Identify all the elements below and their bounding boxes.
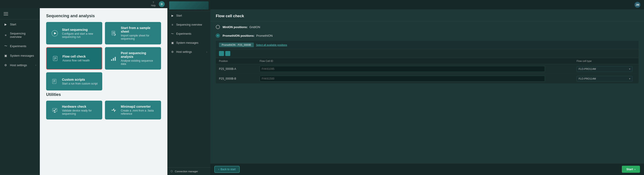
r-sidebar-label-sequencing-overview: Sequencing overview <box>176 23 202 26</box>
col-header-flow-cell-type: Flow cell type <box>576 60 636 62</box>
hardware-check-sub: Validate device ready for sequencing <box>62 109 98 115</box>
start-sample-sheet-title: Start from a sample sheet <box>121 26 156 33</box>
help-label: Help <box>151 4 156 7</box>
host-settings-icon: ⚙ <box>4 63 8 67</box>
start-sample-sheet-icon <box>110 29 118 37</box>
position-b-flowcell-input-wrapper <box>260 76 576 82</box>
custom-scripts-sub: Start a run from custom script <box>62 82 98 85</box>
select-all-link[interactable]: Select all available positions <box>256 44 287 46</box>
right-sidebar-item-host-settings[interactable]: ⚙ Host settings › <box>168 47 210 56</box>
sequencing-cards-grid: Start sequencing Configure and start a n… <box>46 22 161 70</box>
start-sample-sheet-sub: Import sample sheet for sequencing <box>121 34 156 40</box>
position-tab[interactable]: PromethION - P2S_0000B <box>219 43 254 47</box>
minimap2-title: Minimap2 converter <box>121 105 156 108</box>
hardware-check-text: Hardware check Validate device ready for… <box>62 105 98 115</box>
sidebar-item-start[interactable]: ▶ Start <box>0 20 40 29</box>
minimap2-text: Minimap2 converter Create a .mmi from a … <box>121 105 156 115</box>
start-sequencing-icon <box>51 29 59 37</box>
sidebar-label-host-settings: Host settings <box>10 64 27 67</box>
position-b-name: P2S_0000B-B <box>219 77 260 80</box>
sidebar-item-experiments[interactable]: 〜 Experiments <box>0 41 40 51</box>
chevron-right-icon: › <box>35 64 36 66</box>
flow-cell-check-sub: Assess flow cell health <box>62 59 90 62</box>
svg-rect-10 <box>111 59 112 61</box>
promethion-position-section: PromethION positions: PromethION Prometh… <box>216 34 638 83</box>
flow-cell-check-card[interactable]: Flow cell check Assess flow cell health <box>46 47 102 70</box>
minimap2-icon <box>110 106 118 114</box>
sidebar-label-start: Start <box>10 23 16 26</box>
post-seq-analysis-card[interactable]: Post sequencing analysis Analyse existin… <box>105 47 161 70</box>
right-sidebar-item-experiments[interactable]: 〜 Experiments <box>168 29 210 38</box>
r-sidebar-label-connection-manager: Connection manager <box>175 170 198 173</box>
hamburger-menu[interactable] <box>4 12 8 16</box>
position-b-flowcell-type-select[interactable]: FLO-PRO114M ▾ <box>576 76 632 82</box>
flow-cell-check-text: Flow cell check Assess flow cell health <box>62 55 90 62</box>
promethion-radio-button[interactable] <box>216 34 220 38</box>
r-sidebar-label-experiments: Experiments <box>176 32 191 35</box>
minion-radio-button[interactable] <box>216 25 220 29</box>
right-main: JM Flow cell check MinION positions: Gri… <box>210 0 644 175</box>
minimap2-card[interactable]: Minimap2 converter Create a .mmi from a … <box>105 101 161 119</box>
start-sequencing-text: Start sequencing Configure and start a n… <box>62 28 98 39</box>
sidebar-item-connection-manager[interactable]: ⬡ Connection manager <box>0 174 40 175</box>
start-sequencing-card[interactable]: Start sequencing Configure and start a n… <box>46 22 102 44</box>
user-avatar[interactable]: D <box>159 1 165 7</box>
col-header-position: Position <box>219 60 260 62</box>
hardware-check-card[interactable]: Hardware check Validate device ready for… <box>46 101 102 119</box>
sidebar-item-sequencing-overview[interactable]: ≡ Sequencing overview <box>0 29 40 41</box>
position-b-flowcell-input[interactable] <box>260 76 545 82</box>
svg-rect-17 <box>52 108 57 111</box>
start-button[interactable]: Start › <box>622 166 640 173</box>
right-user-avatar[interactable]: JM <box>634 2 640 8</box>
right-sidebar-item-connection-manager[interactable]: ⬡ Connection manager <box>168 167 210 175</box>
svg-rect-11 <box>113 58 114 61</box>
sidebar-label-sequencing-overview: Sequencing overview <box>10 32 36 39</box>
system-messages-icon: ▣ <box>4 54 8 58</box>
utilities-title: Utilities <box>46 92 161 97</box>
svg-rect-13 <box>52 79 56 84</box>
position-a-flowcell-type: FLO-PRO114M ▾ <box>576 66 636 72</box>
top-bar: ? Help D <box>0 0 168 8</box>
flow-cell-check-header: Flow cell check <box>210 10 644 21</box>
position-indicator-b <box>225 51 230 56</box>
sidebar-header <box>0 8 40 20</box>
right-sidebar-item-system-messages[interactable]: ▣ System messages <box>168 38 210 47</box>
start-sequencing-sub: Configure and start a new sequencing run <box>62 32 98 39</box>
svg-rect-12 <box>115 57 116 61</box>
position-a-flowcell-input[interactable] <box>260 66 545 72</box>
minimap2-sub: Create a .mmi from a .fasta reference <box>121 109 156 115</box>
back-to-start-button[interactable]: ‹ Back to start <box>214 166 240 173</box>
flow-cell-check-icon <box>51 54 59 63</box>
position-a-flowcell-type-select[interactable]: FLO-PRO114M ▾ <box>576 66 632 72</box>
svg-marker-1 <box>54 32 56 35</box>
r-sequencing-overview-icon: ≡ <box>170 23 174 27</box>
sidebar-label-experiments: Experiments <box>10 44 26 48</box>
experiments-icon: 〜 <box>4 44 8 48</box>
post-seq-analysis-sub: Analyse existing sequence data <box>121 59 156 66</box>
custom-scripts-title: Custom scripts <box>62 78 98 81</box>
post-seq-analysis-text: Post sequencing analysis Analyse existin… <box>121 51 156 66</box>
minion-position-label: MinION positions: GridION <box>222 25 260 29</box>
help-icon: ? <box>153 1 154 4</box>
main-content: Sequencing and analysis Start sequencing… <box>40 8 168 175</box>
right-sidebar-item-start[interactable]: ▶ Start <box>168 11 210 20</box>
hardware-check-icon <box>51 106 59 114</box>
help-button[interactable]: ? Help <box>151 1 156 7</box>
position-row-b: P2S_0000B-B FLO-PRO114M ▾ <box>216 74 638 83</box>
back-chevron-icon: ‹ <box>218 168 219 171</box>
start-sample-sheet-card[interactable]: Start from a sample sheet Import sample … <box>105 22 161 44</box>
position-indicator-a <box>219 51 224 56</box>
custom-scripts-card[interactable]: Custom scripts Start a run from custom s… <box>46 72 102 90</box>
r-connection-manager-icon: ⬡ <box>170 170 173 173</box>
post-seq-analysis-icon <box>110 54 118 63</box>
custom-scripts-text: Custom scripts Start a run from custom s… <box>62 78 98 85</box>
sidebar-item-system-messages[interactable]: ▣ System messages <box>0 51 40 60</box>
r-chevron-right-icon: › <box>206 51 207 53</box>
flow-cell-check-title: Flow cell check <box>62 55 90 58</box>
r-experiments-icon: 〜 <box>170 32 174 36</box>
position-b-flowcell-type: FLO-PRO114M ▾ <box>576 76 636 82</box>
right-sidebar-item-sequencing-overview[interactable]: ≡ Sequencing overview <box>168 20 210 29</box>
bottom-bar: ‹ Back to start Start › <box>210 163 644 175</box>
sidebar-item-host-settings[interactable]: ⚙ Host settings › <box>0 60 40 70</box>
promethion-position-header: PromethION positions: PromethION <box>216 34 638 38</box>
